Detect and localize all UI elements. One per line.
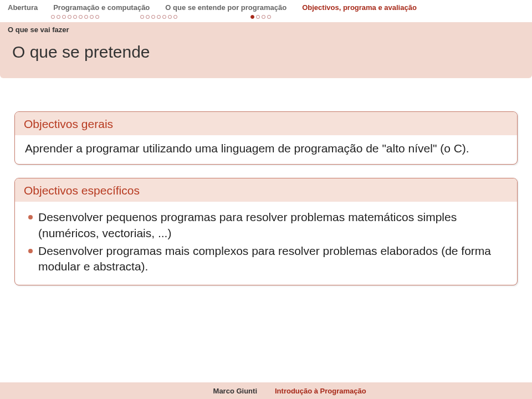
dot-icon[interactable] [162,15,166,19]
dots-objectivos [185,15,279,19]
nav-bar: Abertura Programação e computação O que … [0,0,532,14]
dot-icon[interactable] [146,15,150,19]
block-objectivos-especificos: Objectivos específicos Desenvolver peque… [14,178,518,285]
block-title: Objectivos gerais [15,112,517,135]
dot-icon[interactable] [90,15,94,19]
dot-icon[interactable] [73,15,77,19]
dot-icon[interactable] [79,15,83,19]
dots-oque [107,15,185,19]
block-body: Aprender a programar utilizando uma ling… [15,135,517,164]
block-title: Objectivos específicos [15,178,517,202]
dot-icon[interactable] [262,15,265,19]
slide-content: Objectivos gerais Aprender a programar u… [0,78,532,285]
block-objectivos-gerais: Objectivos gerais Aprender a programar u… [14,111,518,165]
dot-icon[interactable] [84,15,88,19]
block-body: Desenvolver pequenos programas para reso… [15,202,517,284]
dot-icon[interactable] [267,15,271,19]
nav-item-oque[interactable]: O que se entende por programação [157,0,294,14]
dot-icon[interactable] [57,15,60,19]
dots-abertura [0,15,43,19]
dot-icon[interactable] [250,15,254,19]
frame-title: O que se pretende [0,37,532,78]
dot-icon[interactable] [95,15,99,19]
dot-icon[interactable] [51,15,55,19]
progress-dots-row [0,14,532,22]
dot-icon[interactable] [151,15,155,19]
dot-icon[interactable] [173,15,177,19]
footer-author: Marco Giunti [0,387,266,395]
footer-bar: Marco Giunti Introdução à Programação [0,382,532,399]
dot-icon[interactable] [157,15,161,19]
dot-icon[interactable] [62,15,66,19]
list-item: Desenvolver pequenos programas para reso… [25,209,507,241]
dot-icon[interactable] [68,15,71,19]
footer-title: Introdução à Programação [266,387,532,395]
nav-item-programacao[interactable]: Programação e computação [45,0,157,14]
dot-icon[interactable] [256,15,260,19]
subsection-label: O que se vai fazer [0,22,532,37]
dot-icon[interactable] [168,15,172,19]
list-item: Desenvolver programas mais complexos par… [25,243,507,275]
nav-item-objectivos[interactable]: Objectivos, programa e avaliação [294,0,424,14]
nav-item-abertura[interactable]: Abertura [0,0,45,14]
dots-programacao [43,15,107,19]
dot-icon[interactable] [140,15,144,19]
